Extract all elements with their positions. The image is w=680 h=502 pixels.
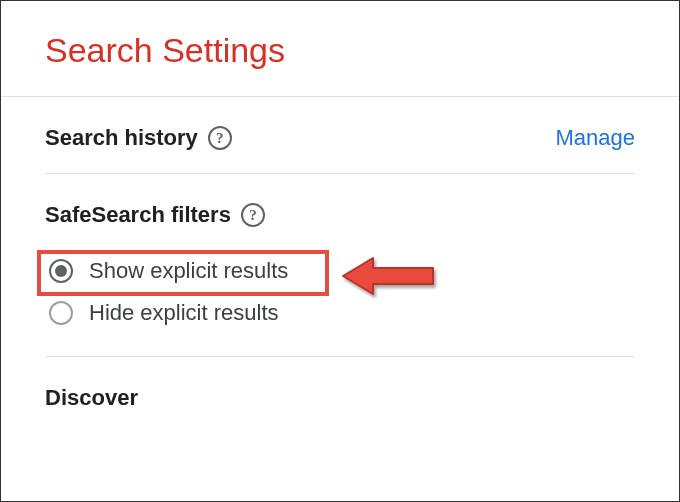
radio-show-explicit[interactable]: Show explicit results xyxy=(45,250,635,292)
safesearch-section: SafeSearch filters ? Show xyxy=(45,174,635,357)
search-history-section: Search history ? Manage xyxy=(45,97,635,174)
radio-hide-explicit[interactable]: Hide explicit results xyxy=(45,292,635,334)
safesearch-radio-group: Show explicit results Hide explicit resu… xyxy=(45,250,635,334)
search-history-title: Search history xyxy=(45,125,198,151)
page-title: Search Settings xyxy=(45,31,635,70)
manage-link[interactable]: Manage xyxy=(555,125,635,151)
radio-dot-icon xyxy=(55,265,67,277)
discover-title: Discover xyxy=(45,385,138,411)
help-icon[interactable]: ? xyxy=(241,203,265,227)
section-header-row: Search history ? Manage xyxy=(45,125,635,151)
help-icon[interactable]: ? xyxy=(208,126,232,150)
discover-section: Discover xyxy=(45,357,635,411)
section-title-wrap: Search history ? xyxy=(45,125,232,151)
radio-label: Hide explicit results xyxy=(89,300,279,326)
safesearch-title: SafeSearch filters xyxy=(45,202,231,228)
section-title-wrap: Discover xyxy=(45,385,635,411)
radio-button-icon xyxy=(49,259,73,283)
section-title-wrap: SafeSearch filters ? xyxy=(45,202,265,228)
radio-label: Show explicit results xyxy=(89,258,288,284)
section-header-row: SafeSearch filters ? xyxy=(45,202,635,228)
page-header: Search Settings xyxy=(1,1,679,97)
content-area: Search history ? Manage SafeSearch filte… xyxy=(1,97,679,411)
radio-button-icon xyxy=(49,301,73,325)
